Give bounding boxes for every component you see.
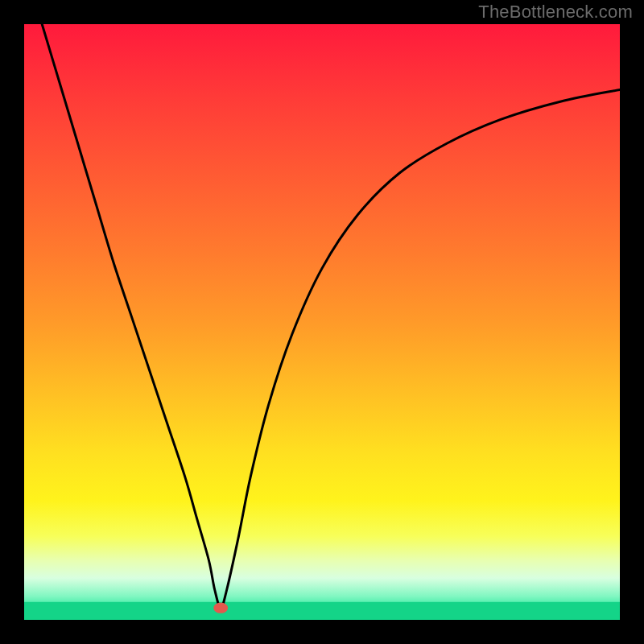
chart-wrap: TheBottleneck.com: [0, 0, 644, 644]
chart-svg: [24, 24, 620, 620]
plot-frame: [24, 24, 620, 620]
green-band: [24, 602, 620, 620]
marker-dot: [213, 603, 228, 613]
chart-background: [24, 24, 620, 620]
watermark-label: TheBottleneck.com: [478, 2, 633, 23]
